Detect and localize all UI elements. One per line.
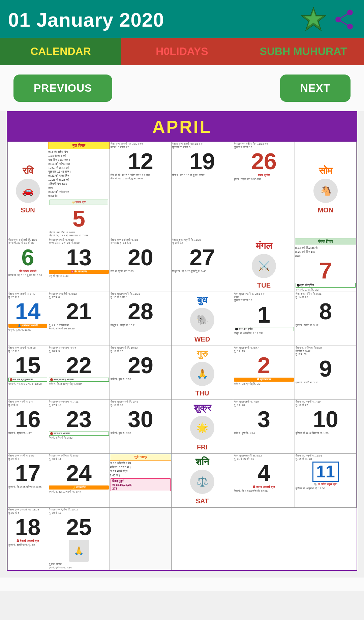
date-25-bottom: मु.रोजा आरम्भ वृष चं. कृत्तिका रा. 7:34 bbox=[48, 562, 110, 569]
date-17: 17 bbox=[8, 461, 48, 485]
date-20-bottom: मीन चं. पू.भा. रात 7:53 bbox=[110, 269, 171, 273]
date-4-bottom: सिंह चं. दि. 12:26 श्लेष दि. 12:26 bbox=[233, 489, 295, 493]
date-8-bottom: तुला चं. स्वाति रा. 3:12 bbox=[295, 323, 356, 327]
date-30-top: वैशाख शुक्ल सप्तमी दि. 9:48 मु. 11 बं. 1… bbox=[110, 400, 171, 407]
date-17-top: वैशाख कृष्ण दशमी रा. 9:55 मु. 23 बं. 4 bbox=[8, 454, 48, 461]
previous-button[interactable]: PREVIOUS bbox=[13, 75, 112, 102]
date-4-cell: चैत्र शुक्ल एकादशी सा. 5:32 मु. 21 बं. 2… bbox=[233, 454, 295, 508]
date-28: 28 bbox=[110, 299, 171, 323]
surya-nakshatra-content: ता.13 अश्विनी व मेष राशि रा. 10:28 से। त… bbox=[110, 462, 171, 478]
app-header: 01 January 2020 bbox=[0, 0, 364, 38]
date-20: 20 bbox=[110, 245, 171, 269]
date-20-top: वैशाख कृष्ण त्रयोदशी रा. 3:6 कन्या 31 वृ… bbox=[110, 238, 171, 245]
date-14-bottom: धनु चं. पू.षा. रा. 11:58 bbox=[8, 328, 48, 332]
day-hindi-mon: सोम bbox=[319, 166, 332, 177]
date-24-top: वैशाख शुक्ल प्रतिपदा दि. 8:55 मु. 30 बं.… bbox=[48, 454, 110, 461]
share-icon[interactable] bbox=[332, 8, 356, 31]
day-eng-tue: TUE bbox=[257, 282, 271, 289]
date-4-top: चैत्र शुक्ल एकादशी सा. 5:32 मु. 21 बं. 2… bbox=[233, 454, 295, 461]
date-18-top: वैशाख कृष्ण एकादशी रात 11:23 मु. 22 बं. … bbox=[8, 508, 48, 515]
shri-ram-navami: 🏛 श्रीरामनवमी bbox=[234, 378, 294, 382]
date-17-cell: वैशाख कृष्ण दशमी रा. 9:55 मु. 23 बं. 4 1… bbox=[8, 454, 48, 508]
date-18-bottom: कुम्भ चं. शतभिषा रा.ग्रे. 5:5 bbox=[8, 543, 48, 547]
date-9: 9 bbox=[295, 356, 356, 381]
date-27-cell: वैशाख शुक्ल चतुर्थी दि. 11:38 मु. 3 बं. … bbox=[172, 238, 233, 292]
date-19-cell: वैशाख कृष्ण द्वादशी रात 1:6 तक मुस्लिम 2… bbox=[172, 142, 233, 238]
date-27-bottom: मिथुन चं. दि. 9:20 पुनर्वसु रा. 9:45 bbox=[172, 269, 233, 273]
date-26: 26 bbox=[233, 149, 295, 173]
date-28-bottom: मिथुन चं. आर्द्रा रा. 10:7 bbox=[110, 323, 171, 327]
nav-calendar[interactable]: CALENDAR bbox=[0, 38, 121, 65]
tue-image: ⚔️ bbox=[252, 254, 276, 278]
date-13-bottom: धनु चं. मूल रा. 1:48 bbox=[48, 274, 110, 278]
day-hindi-tue: मंगल bbox=[256, 241, 272, 252]
day-eng-wed: WED bbox=[194, 335, 210, 343]
panchak-content: ता.17 को दि.2:35 से ता.22 को दिन 1:4 तका… bbox=[295, 246, 356, 258]
date-28-top: वैशाख शुक्ल पञ्चमी दि. 11:31 मु. 15 बं. … bbox=[110, 292, 171, 299]
nav-holidays[interactable]: H0LIDAYS bbox=[121, 38, 243, 65]
sun-nakshatra-cell: सूर्य नक्षत्र ता.13 अश्विनी व मेष राशि र… bbox=[110, 454, 172, 508]
day-label-monday: सोम 🐴 MON bbox=[295, 142, 357, 238]
navigation-controls: PREVIOUS NEXT bbox=[0, 65, 364, 111]
day-eng-fri: FRI bbox=[197, 443, 208, 451]
date-7: 7 bbox=[295, 258, 356, 283]
date-21-cell: वैशाख कृष्ण चतुर्दशी रा. 5:12 मु. 27 बं.… bbox=[48, 292, 110, 346]
date-30-bottom: कर्क चं. पुष्य रा. 9:33 bbox=[110, 431, 171, 435]
day-eng-sat: SAT bbox=[196, 497, 209, 505]
date-25-top: वैशाख शुक्ल द्वितीया दि. 10:17 मु. 29 बं… bbox=[48, 508, 110, 515]
vivah-muhurat: विवाह मुहूर्त ता.14,15,25,26, 271 bbox=[111, 478, 171, 491]
date-1-bottom: मिथुन चं. आर्द्रा दि. 2:17 तक bbox=[233, 331, 295, 335]
day-label-wednesday: बुध 🐘 WED bbox=[172, 292, 233, 346]
day-eng-thu: THU bbox=[195, 389, 209, 397]
date-11-bottom: वृश्चिक चं. अनुराधा दि. 12:50 bbox=[295, 486, 356, 491]
date-12-top: चैत्र कृष्ण पञ्चमी रात 10:24 तक कन्या 18… bbox=[110, 142, 171, 149]
nav-muhurat[interactable]: SUBH MUHURAT bbox=[243, 38, 364, 65]
date-2-cell: चैत्र शुक्ल नवमी रा. 8:47 मु. 8 बं. 19 2… bbox=[233, 346, 295, 400]
day-hindi-thu: गुरु bbox=[197, 349, 208, 360]
date-1-top: चैत्र शुक्ल अष्टमी रा. 9:51 तक भद्रा मुस… bbox=[233, 292, 295, 302]
date-27-top: वैशाख शुक्ल चतुर्थी दि. 11:38 मु. 3 बं. … bbox=[172, 238, 233, 245]
date-25: 25 bbox=[48, 515, 110, 539]
date-11-top: वैशाख कृ. चतुर्थी रा. 11:51 मु. 15 बं. r… bbox=[295, 454, 356, 461]
day-label-friday: शुक्र 🌟 FRI bbox=[172, 400, 233, 454]
footer bbox=[0, 578, 364, 591]
date-8-cell: चैत्र शुक्ल पूर्णिमा दि. 8:21 मु. 14 बं.… bbox=[295, 292, 357, 346]
date-11-cell: वैशाख कृ. चतुर्थी रा. 11:51 मु. 15 बं. r… bbox=[295, 454, 357, 508]
date-13: 13 bbox=[48, 245, 110, 269]
star-icon[interactable] bbox=[300, 6, 327, 33]
date-22-top: वैशाख कृष्ण अमावस्या समाप्त मु. 28 बं. 9 bbox=[48, 346, 110, 353]
date-19-top: वैशाख कृष्ण द्वादशी रात 1:6 तक मुस्लिम 2… bbox=[172, 142, 233, 149]
date-22-bottom: कर्क चं. दि. 3:59 पुनर्वसु रा. 9:59 bbox=[48, 382, 110, 386]
header-icons bbox=[300, 6, 356, 33]
next-button[interactable]: NEXT bbox=[280, 75, 351, 102]
date-26-top: वैशाख शुक्ल तृतीया दिन 11:13 तक मुस्लिम … bbox=[233, 142, 295, 149]
date-9-top: वैशाखकृ. प्रतिपदा दि.5:28 द्वितीया रा.3:… bbox=[295, 346, 356, 356]
date-5-info: सिंह चं. मघा दिन 11:9 तक सिंह चं. दि. 12… bbox=[48, 231, 110, 238]
date-19: 19 bbox=[172, 149, 233, 173]
date-16: 16 bbox=[8, 407, 48, 431]
date-12-cell: चैत्र कृष्ण पञ्चमी रात 10:24 तक कन्या 18… bbox=[110, 142, 172, 238]
mon-image: 🐴 bbox=[313, 179, 338, 203]
date-15-top: वैशाख कृष्ण अष्टमी रा. 8:28 मु. 19 बं. 9 bbox=[8, 346, 48, 353]
date-22: 22 bbox=[48, 353, 110, 377]
date-1-cell: चैत्र शुक्ल अष्टमी रा. 9:51 तक भद्रा मुस… bbox=[233, 292, 295, 346]
date-2-top: चैत्र शुक्ल नवमी रा. 8:47 मु. 8 बं. 19 bbox=[233, 346, 295, 353]
date-18-cell: वैशाख कृष्ण एकादशी रात 11:23 मु. 22 बं. … bbox=[8, 508, 48, 570]
date-6: 6 bbox=[8, 245, 48, 269]
date-16-top: वैशाख कृष्ण नवमी रा. 9:4 मु. 2 बं. 3 bbox=[8, 400, 48, 407]
thu-image: 🙏 bbox=[190, 362, 214, 386]
date-10: 10 bbox=[295, 407, 356, 431]
date-28-cell: वैशाख शुक्ल पञ्चमी दि. 11:31 मु. 15 बं. … bbox=[110, 292, 172, 346]
day-label-sunday: रवि 🚗 SUN bbox=[8, 142, 48, 238]
kamada-ekadashi: 🏛 कामदा एकादशी व्रत bbox=[233, 485, 295, 489]
date-30: 30 bbox=[110, 407, 171, 431]
date-7-bottom: कन्या चं. उ.फा. दि. 8:2 bbox=[295, 288, 356, 292]
date-12-bottom: सिंह चं. दि. 12:7 में, ज्येष्ठ रात 12:7 … bbox=[110, 173, 171, 180]
date-21-bottom: मु. 4 बं. 9 तिथि बाधा मेष चं. अश्विनी रा… bbox=[48, 323, 110, 330]
mul-vichar-content: ता.3 को श्लेषा दिन 1:24 से ता.5 को मघा द… bbox=[48, 150, 110, 198]
date-29-cell: वैशाख शुक्ल षष्ठी दि. 10:53 मु. 16 बं. 1… bbox=[110, 346, 172, 400]
day-label-saturday: शनि ⚖️ SAT bbox=[172, 454, 233, 508]
date-15: 15 bbox=[8, 353, 48, 377]
date-23-top: वैशाख कृष्ण अमावस्या रा. 7:11 मु. 27 बं.… bbox=[48, 400, 110, 407]
date-6-top: चैत्र शुक्ल त्रयोदशी दि. 1:10 कन्या चं. … bbox=[8, 238, 48, 245]
